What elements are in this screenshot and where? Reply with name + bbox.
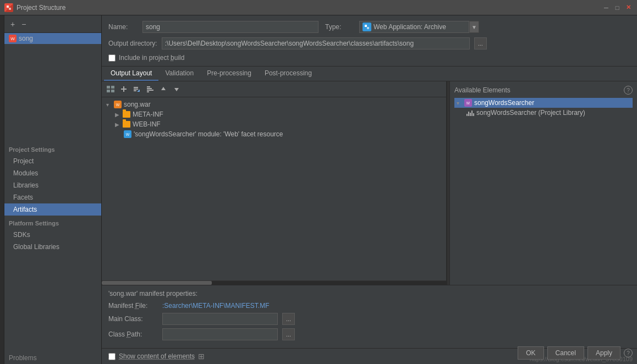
tree-item-web-inf[interactable]: ▶ WEB-INF: [111, 119, 446, 129]
content-panels: ▾ W song.war ▶ META-INF ▶ WEB-INF: [102, 81, 637, 285]
platform-settings-label: Platform Settings: [4, 216, 101, 229]
type-dropdown-arrow[interactable]: ▼: [469, 21, 479, 33]
main-class-label: Main Class:: [108, 315, 158, 323]
output-dir-input[interactable]: [162, 37, 470, 49]
module-icon: M: [464, 99, 472, 107]
artifact-selected-item[interactable]: W song: [4, 33, 101, 44]
tab-validation[interactable]: Validation: [158, 67, 200, 81]
tree-item-label: WEB-INF: [133, 120, 161, 128]
main-class-browse-button[interactable]: ...: [282, 313, 295, 325]
sort-button[interactable]: [145, 84, 156, 95]
output-dir-label: Output directory:: [108, 40, 157, 47]
output-dir-row: Output directory: ...: [108, 37, 630, 49]
output-dir-browse-button[interactable]: ...: [474, 37, 487, 49]
available-item-label: songWordsSearcher: [474, 99, 534, 107]
dialog-help-icon[interactable]: ?: [624, 349, 633, 357]
svg-rect-14: [138, 91, 140, 92]
manifest-section: 'song.war' manifest properties: Manifest…: [102, 285, 637, 348]
svg-rect-0: [7, 5, 9, 8]
available-elements-label: Available Elements: [454, 86, 510, 94]
svg-rect-6: [107, 90, 110, 92]
folder-icon: [123, 121, 130, 128]
show-content-info-icon[interactable]: ⊞: [198, 352, 205, 361]
sidebar-item-sdks[interactable]: SDKs: [4, 229, 101, 241]
tree-item-label: META-INF: [133, 111, 163, 118]
close-button[interactable]: ✕: [624, 3, 633, 12]
sidebar-item-libraries[interactable]: Libraries: [4, 179, 101, 191]
manifest-title: 'song.war' manifest properties:: [108, 290, 630, 297]
help-icon[interactable]: ?: [624, 86, 633, 95]
tab-output-layout[interactable]: Output Layout: [104, 67, 158, 81]
library-icon: [466, 109, 474, 117]
available-elements-header: Available Elements ?: [454, 85, 633, 96]
content-header: Name: Type: Web Application: Archive ▼: [102, 15, 637, 67]
manifest-file-label: Manifest File:: [108, 302, 158, 310]
add-item-button[interactable]: [131, 84, 142, 95]
name-label: Name:: [108, 23, 136, 31]
tab-pre-processing[interactable]: Pre-processing: [200, 67, 258, 81]
project-settings-label: Project Settings: [4, 142, 101, 155]
class-path-browse-button[interactable]: ...: [282, 328, 295, 340]
apply-button[interactable]: Apply: [587, 346, 620, 360]
tree-item-web-facet[interactable]: W 'songWordsSearcher' module: 'Web' face…: [119, 129, 446, 139]
right-panel: Available Elements ? ▾ M songWordsSearch…: [450, 81, 637, 285]
tree-item-meta-inf[interactable]: ▶ META-INF: [111, 109, 446, 119]
sidebar-add-button[interactable]: +: [9, 20, 17, 29]
svg-rect-5: [111, 86, 114, 89]
minimize-button[interactable]: ─: [602, 3, 611, 12]
move-up-button[interactable]: [158, 84, 169, 95]
move-down-button[interactable]: [171, 84, 182, 95]
show-content-checkbox[interactable]: [108, 353, 116, 360]
sidebar-item-project[interactable]: Project: [4, 155, 101, 167]
artifact-item-label: song: [19, 35, 33, 42]
svg-rect-18: [147, 91, 149, 92]
svg-rect-10: [134, 87, 138, 88]
include-project-build-label[interactable]: Include in project build: [119, 54, 184, 62]
svg-rect-17: [147, 90, 153, 91]
svg-rect-7: [111, 90, 114, 92]
manifest-file-row: Manifest File: :Searcher\META-INF\MANIFE…: [108, 302, 630, 310]
name-type-row: Name: Type: Web Application: Archive ▼: [108, 21, 630, 33]
sidebar: + − W song Project Settings Project Modu…: [4, 15, 102, 364]
type-select[interactable]: Web Application: Archive: [359, 21, 469, 33]
svg-marker-20: [174, 88, 179, 91]
add-element-button[interactable]: [118, 84, 129, 95]
available-tree-item-songwordssearcher[interactable]: ▾ M songWordsSearcher: [454, 98, 633, 108]
name-input[interactable]: [142, 21, 318, 33]
grid-view-button[interactable]: [105, 84, 116, 95]
sidebar-item-global-libraries[interactable]: Global Libraries: [4, 241, 101, 253]
folder-icon: [123, 111, 130, 118]
tree-item-label: song.war: [124, 101, 151, 108]
horizontal-scrollbar[interactable]: [102, 280, 446, 285]
sidebar-item-problems[interactable]: Problems: [4, 351, 101, 364]
tab-post-processing[interactable]: Post-processing: [258, 67, 318, 81]
left-panel: ▾ W song.war ▶ META-INF ▶ WEB-INF: [102, 81, 447, 285]
svg-rect-16: [147, 88, 152, 89]
sidebar-remove-button[interactable]: −: [20, 20, 28, 29]
sidebar-item-facets[interactable]: Facets: [4, 191, 101, 203]
sidebar-item-modules[interactable]: Modules: [4, 167, 101, 179]
cancel-button[interactable]: Cancel: [547, 346, 584, 360]
show-content-label[interactable]: Show content of elements: [119, 352, 195, 360]
war-icon: W: [114, 101, 122, 108]
tree-item-label: 'songWordsSearcher' module: 'Web' facet …: [134, 130, 283, 138]
include-project-build-checkbox[interactable]: [108, 54, 116, 62]
available-tree-item-lib[interactable]: songWordsSearcher (Project Library): [454, 108, 633, 118]
main-class-input[interactable]: [162, 313, 278, 325]
svg-rect-3: [367, 27, 369, 29]
artifact-icon: W: [9, 35, 17, 42]
title-bar: Project Structure ─ □ ✕: [0, 0, 637, 15]
content-area: Name: Type: Web Application: Archive ▼: [102, 15, 637, 364]
tree-item-song-war[interactable]: ▾ W song.war: [102, 100, 446, 109]
class-path-input[interactable]: [162, 328, 278, 340]
svg-marker-19: [161, 87, 166, 90]
tree-area: ▾ W song.war ▶ META-INF ▶ WEB-INF: [102, 97, 446, 280]
ok-button[interactable]: OK: [518, 346, 543, 360]
type-label: Type:: [325, 23, 353, 31]
dialog-buttons: OK Cancel Apply ?: [518, 346, 633, 360]
svg-rect-1: [9, 8, 11, 10]
scrollbar-thumb[interactable]: [102, 281, 212, 285]
sidebar-item-artifacts[interactable]: Artifacts: [4, 203, 101, 216]
class-path-row: Class Path: ...: [108, 328, 630, 340]
maximize-button[interactable]: □: [613, 3, 622, 12]
